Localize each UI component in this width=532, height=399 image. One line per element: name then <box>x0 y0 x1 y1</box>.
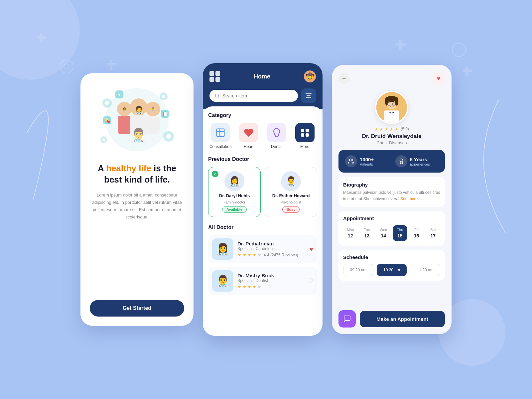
calendar-row: Mon 12 Tue 13 Wed 14 Thu 15 Fri 16 <box>343 225 440 241</box>
doc-name-pediatrician: Dr. Pediatrician <box>237 241 305 246</box>
filter-button[interactable] <box>301 88 316 103</box>
category-consultation[interactable]: Consultation <box>208 123 233 149</box>
prev-doc-card-1[interactable]: ✓ 👩‍⚕️ Dr. Daryl Nehls Family doctor Ava… <box>208 167 261 217</box>
prev-doc-card-2[interactable]: 👨‍⚕️ Dr. Esther Howard Psychologist Busy <box>265 167 317 217</box>
appointment-section: Appointment Mon 12 Tue 13 Wed 14 Thu 15 <box>338 211 445 246</box>
doc-info-pediatrician: Dr. Pediatrician Specialist Cardiologist… <box>237 241 305 257</box>
cal-thu-selected[interactable]: Thu 15 <box>393 225 407 241</box>
consultation-icon <box>215 128 225 138</box>
svg-point-16 <box>162 95 165 98</box>
search-box[interactable] <box>209 90 298 102</box>
doc-name-daryl: Dr. Daryl Nehls <box>219 193 250 198</box>
patients-label: Patients <box>360 162 374 166</box>
cal-wed[interactable]: Wed 14 <box>376 225 391 241</box>
svg-point-42 <box>395 97 398 106</box>
biography-text: Maecenas pulvinar justo vel justo vehicu… <box>343 190 440 202</box>
star-2: ★ <box>242 252 246 257</box>
search-input[interactable] <box>222 93 293 98</box>
cal-mon[interactable]: Mon 12 <box>343 225 358 241</box>
stats-bar: 1000+ Patients 5 Years Experiences <box>338 150 445 173</box>
profile-stars: ★ ★ ★ ★ ★ (5.0) <box>374 127 409 132</box>
star-4: ★ <box>252 252 256 257</box>
cal-day-num-15: 15 <box>397 233 403 238</box>
patients-icon <box>345 155 357 167</box>
stars-row-2: ★ ★ ★ ★ ★ <box>237 284 303 289</box>
svg-text:👩‍⚕️: 👩‍⚕️ <box>122 107 127 111</box>
svg-rect-7 <box>463 69 472 72</box>
get-started-button[interactable]: Get Started <box>90 300 184 317</box>
biography-title: Biography <box>343 182 440 188</box>
people-icon <box>348 158 354 164</box>
svg-rect-1 <box>37 36 47 39</box>
heart-icon <box>244 128 254 138</box>
doc-avatar-esther: 👨‍⚕️ <box>281 171 301 191</box>
consultation-icon-box <box>211 123 230 142</box>
category-more[interactable]: More <box>293 123 318 149</box>
category-heart[interactable]: Heart <box>236 123 261 149</box>
user-avatar[interactable]: 🤠 <box>304 70 316 82</box>
svg-point-8 <box>60 60 73 73</box>
doc-name-mistry: Dr. Mistry Brick <box>237 273 303 278</box>
star-m2: ★ <box>242 284 246 289</box>
phone1-tagline: A healthy life is the best kind of life. <box>90 163 184 186</box>
svg-text:👨‍⚕️: 👨‍⚕️ <box>130 127 147 143</box>
svg-text:👨‍⚕️: 👨‍⚕️ <box>151 107 155 111</box>
svg-rect-46 <box>384 110 399 123</box>
like-button-2[interactable]: ♡ <box>307 277 313 285</box>
grid-icon[interactable] <box>209 71 220 82</box>
favorite-button[interactable]: ♥ <box>432 72 445 85</box>
phone1-onboarding: 💊 📋 ♥ 👩‍⚕️ 🧑‍⚕️ 👨‍⚕️ <box>80 73 194 326</box>
see-more-link[interactable]: See more... <box>400 197 421 201</box>
tagline-pre: A <box>98 163 106 173</box>
svg-text:♥: ♥ <box>118 92 121 97</box>
svg-point-20 <box>166 134 171 139</box>
cal-sat[interactable]: Sat 17 <box>426 225 440 241</box>
cal-day-num-13: 13 <box>364 233 370 238</box>
prev-doctor-title: Previous Doctor <box>208 156 317 162</box>
make-appointment-button[interactable]: Make an Appointment <box>360 311 445 327</box>
cal-day-num-17: 17 <box>430 233 436 238</box>
svg-point-37 <box>215 94 219 97</box>
tagline-highlight: healthy life <box>106 163 151 173</box>
schedule-title: Scheedule <box>343 254 440 260</box>
patients-stat: 1000+ Patients <box>360 157 374 166</box>
svg-rect-5 <box>396 43 406 46</box>
back-button[interactable]: ← <box>338 73 350 84</box>
svg-point-47 <box>349 159 351 161</box>
illustration-area: 💊 📋 ♥ 👩‍⚕️ 🧑‍⚕️ 👨‍⚕️ <box>97 83 177 160</box>
time-slot-1020-selected[interactable]: 10:20 am <box>377 264 407 276</box>
phone2-header: Home 🤠 <box>203 63 323 88</box>
profile-star-5: ★ <box>394 127 398 132</box>
doc-profile-name: Dr. Druid Wensleydale <box>362 133 421 140</box>
star-5: ★ <box>257 252 261 257</box>
cal-day-name-tue: Tue <box>364 228 370 232</box>
svg-text:💊: 💊 <box>104 118 110 123</box>
svg-rect-0 <box>40 33 43 43</box>
star-m4: ★ <box>252 284 256 289</box>
doc-spec-mistry: Specialist Dentist <box>237 278 303 283</box>
medal-icon <box>398 158 404 164</box>
like-button-1[interactable]: ♥ <box>309 245 313 253</box>
svg-rect-4 <box>399 40 402 50</box>
time-slot-1120[interactable]: 11:20 am <box>410 264 440 276</box>
doctor-list-item-2[interactable]: 👨‍⚕️ Dr. Mistry Brick Specialist Dentist… <box>208 267 317 295</box>
phone1-description: Lorem ipsum dolor sit a amet, consectetu… <box>90 192 184 221</box>
cal-fri[interactable]: Fri 16 <box>409 225 424 241</box>
svg-point-14 <box>105 101 109 105</box>
check-badge: ✓ <box>212 171 218 177</box>
cal-day-name-fri: Fri <box>414 228 419 232</box>
cal-tue[interactable]: Tue 13 <box>360 225 374 241</box>
heart-icon-box <box>239 123 258 142</box>
heart-label: Heart <box>244 144 253 149</box>
star-m3: ★ <box>247 284 251 289</box>
doc-spec-esther: Psychologist <box>281 200 301 204</box>
doctor-list-item-1[interactable]: 👩‍⚕️ Dr. Pediatrician Specialist Cardiol… <box>208 235 317 263</box>
phone2-body: Category Consultation <box>203 106 323 336</box>
chat-button[interactable] <box>338 310 356 328</box>
doc-name-esther: Dr. Esther Howard <box>272 193 310 198</box>
phone3-footer: Make an Appointment <box>338 310 445 328</box>
time-slot-0920[interactable]: 09:20 am <box>343 264 373 276</box>
category-dental[interactable]: Dental <box>264 123 289 149</box>
status-available-daryl: Available <box>222 206 247 213</box>
filter-icon <box>306 93 312 98</box>
